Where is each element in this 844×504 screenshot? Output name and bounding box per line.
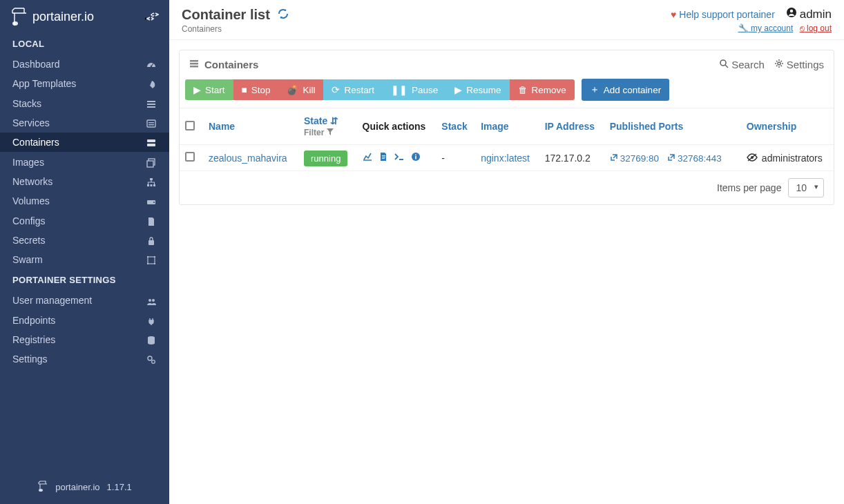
logs-icon[interactable] <box>379 152 387 164</box>
logo[interactable]: portainer.io <box>10 7 94 26</box>
port-link[interactable]: 32768:443 <box>667 153 722 164</box>
user-icon <box>786 7 797 21</box>
sidebar-item-endpoints[interactable]: Endpoints <box>0 311 169 330</box>
hdd-icon <box>146 195 157 206</box>
refresh-icon: ⟳ <box>332 84 340 95</box>
signout-icon: ⎋ <box>800 23 805 33</box>
search-icon <box>719 59 729 70</box>
svg-rect-37 <box>382 155 385 156</box>
containers-table: Name State ⇵ Filter Quick actions Stack … <box>180 108 834 171</box>
support-link[interactable]: ♥ Help support portainer <box>671 9 775 20</box>
sidebar-item-images[interactable]: Images <box>0 152 169 171</box>
col-owner[interactable]: Ownership <box>747 121 796 132</box>
sidebar-item-secrets[interactable]: Secrets <box>0 231 169 250</box>
sidebar-item-dashboard[interactable]: Dashboard <box>0 55 169 74</box>
sidebar-item-settings[interactable]: Settings <box>0 349 169 369</box>
bomb-icon: 💣 <box>287 84 298 95</box>
container-name-link[interactable]: zealous_mahavira <box>209 153 287 164</box>
tachometer-icon <box>146 59 157 70</box>
svg-point-27 <box>148 356 152 360</box>
svg-rect-6 <box>148 122 154 123</box>
play-icon: ▶ <box>193 84 201 95</box>
users-icon <box>146 295 157 306</box>
sidebar-item-stacks[interactable]: Stacks <box>0 94 169 113</box>
list-icon <box>146 98 157 109</box>
list-alt-icon <box>146 117 157 128</box>
plug-icon <box>146 315 157 326</box>
restart-button[interactable]: ⟳Restart <box>323 79 383 100</box>
sidebar-item-registries[interactable]: Registries <box>0 330 169 349</box>
logout-link[interactable]: ⎋ log out <box>800 23 832 33</box>
svg-rect-23 <box>154 263 155 264</box>
sidebar-item-app-templates[interactable]: App Templates <box>0 74 169 93</box>
search-link[interactable]: Search <box>719 59 765 70</box>
col-ports[interactable]: Published Ports <box>610 121 684 132</box>
col-stack[interactable]: Stack <box>441 121 467 132</box>
server-icon <box>146 137 157 148</box>
sidebar-item-networks[interactable]: Networks <box>0 172 169 191</box>
start-button[interactable]: ▶Start <box>185 79 233 100</box>
select-all-checkbox[interactable] <box>185 121 195 130</box>
sidebar-item-volumes[interactable]: Volumes <box>0 191 169 211</box>
pause-button[interactable]: ❚❚Pause <box>383 79 446 100</box>
sidebar-item-configs[interactable]: Configs <box>0 211 169 230</box>
settings-link[interactable]: Settings <box>774 59 824 70</box>
svg-rect-2 <box>147 101 155 102</box>
row-checkbox[interactable] <box>185 152 195 162</box>
col-ip[interactable]: IP Address <box>545 121 595 132</box>
col-name[interactable]: Name <box>209 121 235 132</box>
section-title-settings: PORTAINER SETTINGS <box>0 269 169 291</box>
port-link[interactable]: 32769:80 <box>610 153 659 164</box>
pager: Items per page 10 <box>180 171 834 204</box>
sitemap-icon <box>146 176 157 187</box>
inspect-icon[interactable] <box>411 152 421 164</box>
eye-slash-icon <box>747 153 758 164</box>
sidebar-item-swarm[interactable]: Swarm <box>0 250 169 269</box>
svg-rect-32 <box>190 60 198 62</box>
svg-rect-3 <box>147 104 155 105</box>
stats-icon[interactable] <box>363 152 372 164</box>
my-account-link[interactable]: 🔧 my account <box>738 23 794 33</box>
state-badge: running <box>304 151 347 166</box>
resume-button[interactable]: ▶Resume <box>446 79 509 100</box>
svg-point-0 <box>12 21 18 26</box>
lock-icon <box>146 235 157 246</box>
col-quick: Quick actions <box>357 108 437 145</box>
heart-icon: ♥ <box>671 9 676 20</box>
sidebar-toggle-icon[interactable] <box>144 11 159 23</box>
svg-rect-42 <box>415 156 416 159</box>
sidebar-item-user-management[interactable]: User management <box>0 291 169 310</box>
sidebar-item-containers[interactable]: Containers <box>0 133 169 152</box>
database-icon <box>146 334 157 345</box>
logo-icon <box>10 7 28 26</box>
object-group-icon <box>146 254 157 265</box>
stop-icon: ■ <box>242 85 247 95</box>
plus-icon: ＋ <box>590 84 600 96</box>
pager-label: Items per page <box>717 182 781 193</box>
kill-button[interactable]: 💣Kill <box>278 79 323 100</box>
header: Container list Containers ♥ Help support… <box>169 0 844 40</box>
remove-button[interactable]: 🗑Remove <box>510 79 575 100</box>
owner-cell: administrators <box>747 153 823 164</box>
sidebar-item-services[interactable]: Services <box>0 113 169 133</box>
stack-cell: - <box>436 145 475 171</box>
svg-rect-5 <box>147 120 155 127</box>
filter-link[interactable]: Filter <box>304 128 352 137</box>
col-state[interactable]: State ⇵ <box>304 115 338 126</box>
user-name: admin <box>800 8 832 21</box>
console-icon[interactable] <box>394 152 404 164</box>
refresh-icon[interactable] <box>277 8 289 22</box>
svg-point-28 <box>152 360 155 364</box>
svg-rect-7 <box>148 124 154 125</box>
svg-rect-12 <box>150 178 153 180</box>
image-link[interactable]: nginx:latest <box>481 153 530 164</box>
sidebar-header: portainer.io <box>0 0 169 33</box>
sidebar-footer: portainer.io 1.17.1 <box>0 470 169 504</box>
add-container-button[interactable]: ＋Add container <box>582 79 669 101</box>
cogs-icon <box>146 353 157 365</box>
items-per-page-select[interactable]: 10 <box>788 178 824 197</box>
table-row: zealous_mahavira running - <box>180 145 834 171</box>
stop-button[interactable]: ■Stop <box>233 79 279 100</box>
col-image[interactable]: Image <box>481 121 508 132</box>
svg-rect-13 <box>147 184 149 186</box>
